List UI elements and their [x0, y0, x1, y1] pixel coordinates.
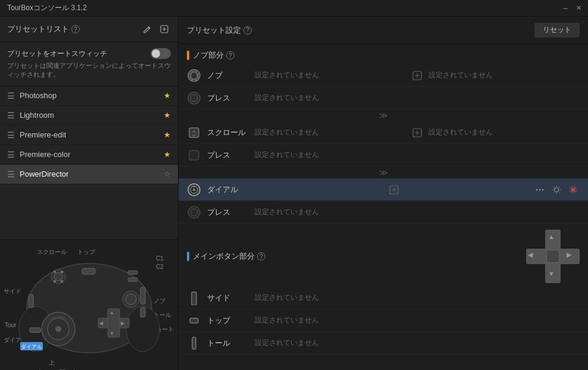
- knob-press-row: プレス 設定されていません: [179, 87, 588, 109]
- close-button[interactable]: ✕: [574, 4, 583, 13]
- left-panel: プリセットリスト ? プリ: [0, 17, 179, 370]
- svg-rect-10: [140, 287, 145, 304]
- chevron-down-icon-2: ≫: [379, 168, 388, 177]
- scroll-row: スクロール 設定されていません 設定されていません: [179, 121, 588, 144]
- hamburger-icon: ☰: [7, 150, 15, 159]
- tall-row: トール 設定されていません: [179, 332, 588, 355]
- preset-settings-help[interactable]: ?: [243, 26, 252, 35]
- knob-mid-icon: [411, 69, 424, 82]
- svg-point-31: [190, 72, 198, 79]
- hamburger-icon: ☰: [7, 111, 15, 120]
- scroll-name: スクロール: [207, 127, 255, 138]
- dial-press-value: 設定されていません: [255, 207, 580, 217]
- svg-point-17: [55, 326, 61, 332]
- side-row: サイド 設定されていません: [179, 287, 588, 309]
- top-name: トップ: [207, 315, 255, 326]
- dial-name: ダイアル: [207, 184, 255, 195]
- auto-switch-toggle[interactable]: [151, 48, 171, 59]
- svg-point-52: [542, 189, 544, 190]
- divider-2: ≫: [179, 167, 588, 178]
- knob-press-icon: [187, 91, 201, 105]
- preset-settings-header: プリセット設定 ? リセット: [179, 17, 588, 44]
- preset-item-lightroom[interactable]: ☰ Lightroom ★: [0, 106, 178, 126]
- dial-actions: [533, 183, 580, 196]
- knob-section-bar: [187, 51, 189, 60]
- hamburger-icon: ☰: [7, 130, 15, 140]
- add-preset-button[interactable]: [158, 23, 171, 36]
- star-icon[interactable]: ★: [164, 150, 171, 159]
- window-controls: ─ ✕: [561, 4, 583, 13]
- preset-list-icons: [141, 23, 171, 36]
- dial-remove-icon[interactable]: [567, 183, 580, 196]
- preset-item-photoshop[interactable]: ☰ Photoshop ★: [0, 86, 178, 106]
- scroll-value1: 設定されていません: [255, 127, 406, 137]
- titlebar: TourBoxコンソール 3.1.2 ─ ✕: [0, 0, 588, 17]
- scroll-press-name: プレス: [207, 150, 255, 161]
- star-icon[interactable]: ★: [164, 111, 171, 120]
- dial-settings-icon[interactable]: [550, 183, 563, 196]
- svg-point-13: [126, 294, 136, 305]
- side-icon: [187, 291, 201, 305]
- preset-item-premiere-edit[interactable]: ☰ Premiere-edit ★: [0, 126, 178, 145]
- preset-name: PowerDirector: [20, 170, 159, 178]
- preset-list-help[interactable]: ?: [71, 25, 80, 33]
- svg-point-56: [190, 209, 198, 216]
- dial-press-row: プレス 設定されていません: [179, 201, 588, 224]
- svg-rect-7: [128, 271, 137, 274]
- preset-list: ☰ Photoshop ★ ☰ Lightroom ★ ☰ Premiere-e…: [0, 86, 178, 239]
- reset-button[interactable]: リセット: [534, 23, 580, 37]
- svg-rect-11: [140, 308, 145, 317]
- svg-rect-45: [189, 150, 199, 160]
- minimize-button[interactable]: ─: [561, 4, 570, 13]
- app-body: プリセットリスト ? プリ: [0, 17, 588, 370]
- svg-rect-6: [82, 268, 95, 274]
- dial-row: ダイアル: [179, 178, 588, 201]
- svg-point-50: [536, 189, 538, 190]
- svg-point-37: [196, 76, 199, 79]
- scroll-press-icon: [187, 148, 201, 162]
- preset-list-title: プリセットリスト ?: [7, 24, 80, 35]
- main-section-header: メインボタン部分 ? ▲ ▼ ◀ ▶: [179, 224, 588, 287]
- scroll-press-row: プレス 設定されていません: [179, 144, 588, 167]
- main-section-bar: [187, 252, 189, 261]
- preset-name: Premiere-edit: [20, 130, 159, 139]
- tall-value: 設定されていません: [255, 338, 580, 348]
- preset-item-powerdirector[interactable]: ☰ PowerDirector ☆: [0, 165, 178, 184]
- edit-preset-button[interactable]: [141, 23, 154, 36]
- svg-point-27: [61, 271, 63, 273]
- chevron-down-icon-1: ≫: [379, 111, 388, 120]
- knob-press-value: 設定されていません: [255, 93, 580, 103]
- svg-rect-59: [192, 337, 196, 349]
- svg-point-38: [191, 79, 193, 81]
- dial-options-icon[interactable]: [533, 183, 546, 196]
- scroll-value2: 設定されていません: [429, 127, 580, 137]
- auto-switch-label: プリセットをオートスウィッチ: [7, 49, 107, 59]
- knob-press-name: プレス: [207, 93, 255, 104]
- side-value: 設定されていません: [255, 293, 580, 303]
- tall-name: トール: [207, 338, 255, 349]
- svg-point-53: [555, 187, 559, 192]
- knob-name: ノブ: [207, 70, 255, 81]
- device-label: Tour: [5, 322, 16, 328]
- svg-text:▶: ▶: [121, 321, 125, 326]
- main-section-help[interactable]: ?: [257, 252, 265, 261]
- hamburger-icon: ☰: [7, 91, 15, 101]
- knob-section-title: ノブ部分 ?: [193, 50, 234, 61]
- star-icon[interactable]: ☆: [164, 170, 171, 178]
- app-title: TourBoxコンソール 3.1.2: [7, 3, 87, 13]
- dial-icon: [187, 183, 201, 197]
- top-row: トップ 設定されていません: [179, 309, 588, 332]
- star-icon[interactable]: ★: [164, 130, 171, 139]
- svg-rect-58: [190, 318, 198, 323]
- knob-value1: 設定されていません: [255, 70, 406, 80]
- star-icon[interactable]: ★: [164, 91, 171, 100]
- svg-text:▼: ▼: [110, 331, 114, 336]
- svg-point-34: [189, 73, 192, 76]
- knob-section-header: ノブ部分 ?: [179, 44, 588, 64]
- svg-rect-14: [30, 328, 40, 333]
- hamburger-icon: ☰: [7, 170, 15, 179]
- right-content: ノブ部分 ?: [179, 44, 588, 370]
- knob-section-help[interactable]: ?: [226, 51, 234, 59]
- side-name: サイド: [207, 293, 255, 303]
- preset-item-premiere-color[interactable]: ☰ Premiere-color ★: [0, 145, 178, 165]
